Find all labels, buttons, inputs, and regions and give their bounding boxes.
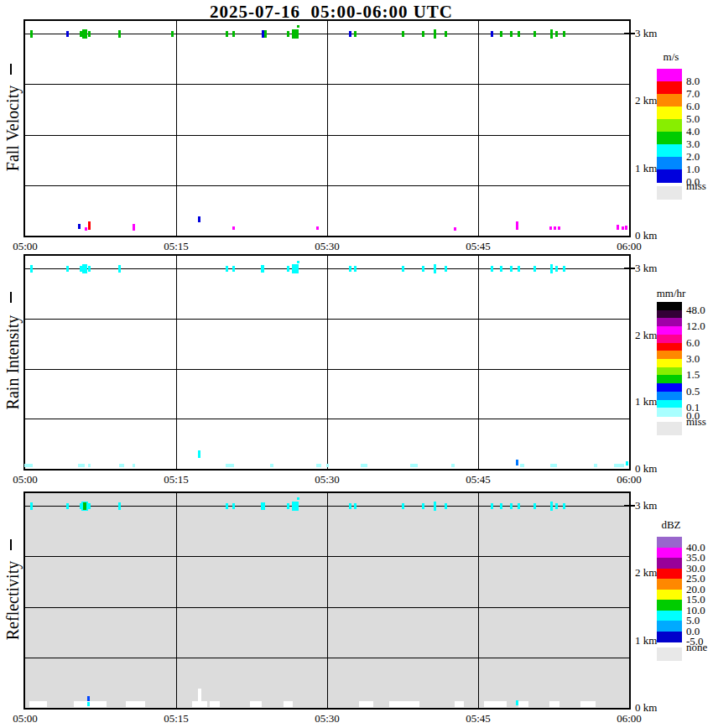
gridline-vertical [478, 493, 479, 708]
data-mark [516, 460, 518, 465]
data-mark [292, 29, 299, 39]
data-mark [594, 464, 597, 467]
legend-band [657, 119, 682, 133]
data-mark [287, 503, 289, 509]
data-mark [292, 502, 299, 511]
data-mark [198, 450, 200, 458]
data-mark [78, 224, 81, 229]
data-mark [66, 266, 69, 272]
data-mark [520, 464, 524, 467]
gridline-horizontal [25, 369, 629, 370]
gridline-vertical [327, 256, 328, 469]
data-mark [533, 503, 536, 509]
data-mark [30, 502, 33, 510]
data-mark [622, 226, 624, 230]
data-mark [30, 30, 33, 38]
legend-value-label: 3.0 [686, 138, 700, 151]
data-mark [118, 30, 121, 38]
gridline-horizontal [25, 419, 629, 419]
time-label: 05:00 [13, 473, 38, 486]
legend-band [657, 343, 682, 351]
data-mark [82, 29, 87, 39]
data-mark [226, 266, 228, 272]
data-mark [451, 464, 455, 467]
legend-value-label: 5.0 [686, 112, 700, 126]
data-mark [82, 264, 87, 273]
time-label: 05:15 [164, 712, 189, 725]
legend-value-label: 48.0 [686, 304, 705, 317]
data-mark [422, 266, 424, 272]
legend-band [657, 359, 682, 367]
data-mark [292, 264, 299, 273]
legend-band [657, 132, 682, 145]
legend-band [657, 94, 682, 107]
legend-units-mmhr: mm/hr [650, 287, 692, 300]
data-mark [516, 221, 518, 230]
data-mark [226, 31, 228, 37]
gridline-horizontal [25, 84, 629, 85]
legend-value-label: 4.0 [686, 125, 700, 138]
legend-band [657, 157, 682, 170]
legend-band [657, 310, 682, 319]
legend-value-label: 3.0 [686, 352, 700, 366]
legend-band [657, 611, 682, 621]
legend-value-label: 6.0 [686, 336, 700, 350]
legend-band [657, 318, 682, 326]
legend-band [657, 107, 682, 120]
legend-band [657, 621, 682, 632]
data-mark [232, 31, 235, 37]
data-mark [361, 464, 367, 467]
data-mark [550, 502, 553, 511]
data-mark [198, 216, 200, 222]
time-label: 05:30 [315, 240, 340, 253]
legend-band [657, 383, 682, 392]
gridline-vertical [478, 21, 479, 236]
time-label: 06:00 [617, 240, 642, 253]
data-mark [88, 31, 91, 37]
axis-tick-3km [624, 268, 635, 269]
legend-band [657, 326, 682, 335]
data-mark [261, 265, 264, 273]
data-mark [66, 31, 69, 37]
legend-miss-band [657, 422, 682, 435]
height-label: 2 km [635, 329, 657, 342]
time-label: 06:00 [617, 712, 642, 725]
gridline-horizontal [25, 135, 629, 136]
data-mark [87, 702, 90, 706]
gridline-vertical [176, 256, 177, 469]
legend-band [657, 367, 682, 376]
time-label: 06:00 [617, 473, 642, 486]
time-label: 05:15 [164, 240, 189, 253]
data-mark [491, 503, 493, 509]
data-mark [563, 266, 565, 272]
data-mark [518, 503, 520, 509]
legend-units-dbz: dBZ [650, 518, 692, 532]
legend-units-ms: m/s [650, 50, 692, 64]
missing-data-gap [74, 701, 107, 707]
legend-band [657, 169, 682, 183]
data-mark [518, 266, 520, 272]
data-mark [550, 464, 557, 467]
height-label: 3 km [635, 262, 657, 275]
data-mark [555, 503, 558, 509]
gridline-vertical [478, 256, 479, 469]
legend-band [657, 558, 682, 569]
ylabel-tick-artifact [10, 64, 12, 75]
time-label: 05:45 [466, 240, 491, 253]
time-label: 05:00 [13, 712, 38, 725]
missing-data-gap [29, 701, 48, 707]
data-mark [617, 225, 619, 230]
gridline-horizontal [25, 556, 629, 557]
legend-band [657, 579, 682, 590]
axis-tick-3km [624, 33, 635, 34]
height-label: 3 km [635, 499, 657, 512]
data-mark [422, 503, 424, 509]
data-mark [549, 226, 552, 230]
data-mark [30, 265, 33, 273]
data-mark [88, 464, 91, 467]
gridline-vertical [327, 21, 328, 236]
height-label: 1 km [635, 395, 657, 408]
data-mark [354, 266, 356, 272]
data-mark [550, 264, 553, 273]
data-mark [226, 503, 228, 509]
